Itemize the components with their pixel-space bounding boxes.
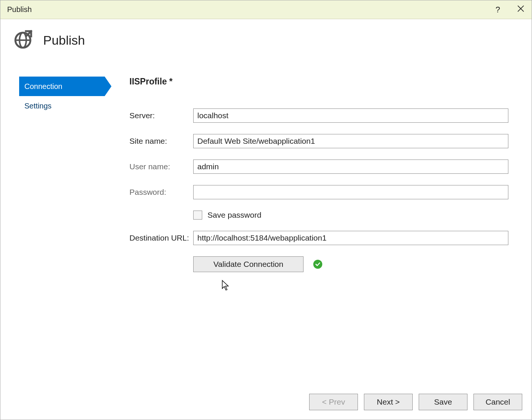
help-button[interactable]: ? (493, 3, 503, 16)
save-password-label: Save password (207, 211, 261, 220)
titlebar: Publish ? (0, 0, 532, 19)
save-button[interactable]: Save (419, 394, 467, 410)
row-save-password: Save password (193, 211, 508, 220)
password-label: Password: (129, 188, 193, 197)
sitename-label: Site name: (129, 137, 193, 146)
close-icon (517, 5, 524, 14)
row-desturl: Destination URL: (129, 231, 508, 245)
server-label: Server: (129, 111, 193, 120)
row-validate: Validate Connection (193, 256, 508, 272)
row-server: Server: (129, 108, 508, 123)
cursor-icon (221, 280, 230, 293)
sidebar-item-connection[interactable]: Connection (19, 77, 105, 96)
window-title: Publish (7, 5, 32, 14)
main-panel: IISProfile * Server: Site name: User nam… (105, 77, 532, 272)
validate-connection-button[interactable]: Validate Connection (193, 256, 304, 272)
sidebar-item-label: Connection (24, 82, 62, 91)
row-password: Password: (129, 185, 508, 199)
desturl-label: Destination URL: (129, 233, 193, 242)
row-username: User name: (129, 160, 508, 174)
row-sitename: Site name: (129, 134, 508, 148)
validation-success-icon (313, 260, 322, 269)
footer: < Prev Next > Save Cancel (309, 394, 522, 410)
profile-title: IISProfile * (129, 77, 508, 87)
page-title: Publish (43, 33, 85, 48)
desturl-input[interactable] (193, 231, 508, 245)
server-input[interactable] (193, 108, 508, 123)
username-label: User name: (129, 162, 193, 171)
sitename-input[interactable] (193, 134, 508, 148)
globe-publish-icon (13, 30, 33, 51)
sidebar-item-settings[interactable]: Settings (19, 96, 105, 116)
username-input[interactable] (193, 160, 508, 174)
prev-button: < Prev (309, 394, 358, 410)
next-button[interactable]: Next > (364, 394, 413, 410)
header: Publish (0, 19, 532, 51)
close-button[interactable] (514, 3, 527, 16)
sidebar-item-label: Settings (24, 102, 51, 110)
password-input[interactable] (193, 185, 508, 199)
cancel-button[interactable]: Cancel (473, 394, 522, 410)
titlebar-controls: ? (493, 3, 527, 16)
save-password-checkbox[interactable] (193, 211, 202, 220)
content: Connection Settings IISProfile * Server:… (0, 51, 532, 272)
sidebar: Connection Settings (19, 77, 105, 272)
